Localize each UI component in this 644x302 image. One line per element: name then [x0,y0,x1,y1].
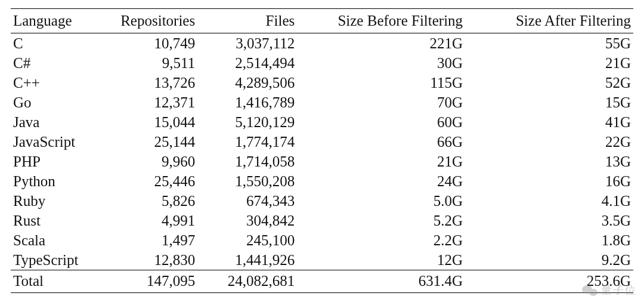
cell-files: 1,550,208 [197,171,297,191]
cell-language: C# [11,53,110,73]
cell-language: Go [11,93,110,112]
cell-language: PHP [11,152,110,171]
cell-files: 1,416,789 [197,93,297,112]
cell-language: JavaScript [11,132,110,152]
table-total: Total 147,095 24,082,681 631.4G 253.6G [11,270,633,293]
table-total-row: Total 147,095 24,082,681 631.4G 253.6G [11,270,633,293]
cell-size-before: 5.2G [297,211,465,230]
cell-size-after: 4.1G [465,191,633,211]
col-header-size-before: Size Before Filtering [297,9,465,33]
cell-files: 4,289,506 [197,73,297,93]
cell-size-before: 2.2G [297,230,465,250]
cell-files: 1,441,926 [197,250,297,270]
cell-total-size-after: 253.6G [465,270,633,293]
cell-size-before: 5.0G [297,191,465,211]
cell-size-before: 30G [297,53,465,73]
cell-language: C++ [11,73,110,93]
cell-repos: 13,726 [110,73,197,93]
table-row: C#9,5112,514,49430G21G [11,53,633,73]
cell-repos: 12,830 [110,250,197,270]
col-header-size-after: Size After Filtering [465,9,633,33]
cell-size-before: 115G [297,73,465,93]
table-row: Ruby5,826674,3435.0G4.1G [11,191,633,211]
cell-size-after: 41G [465,112,633,132]
table-row: Python25,4461,550,20824G16G [11,171,633,191]
cell-size-before: 221G [297,33,465,54]
table-row: Go12,3711,416,78970G15G [11,93,633,112]
cell-size-after: 52G [465,73,633,93]
cell-size-before: 12G [297,250,465,270]
cell-total-repos: 147,095 [110,270,197,293]
cell-size-after: 22G [465,132,633,152]
cell-files: 3,037,112 [197,33,297,54]
table-header-row: Language Repositories Files Size Before … [11,9,633,33]
cell-files: 1,774,174 [197,132,297,152]
cell-language: Ruby [11,191,110,211]
table-row: Scala1,497245,1002.2G1.8G [11,230,633,250]
cell-language: Python [11,171,110,191]
col-header-repos: Repositories [110,9,197,33]
cell-total-size-before: 631.4G [297,270,465,293]
table-row: C++13,7264,289,506115G52G [11,73,633,93]
table-row: JavaScript25,1441,774,17466G22G [11,132,633,152]
cell-repos: 25,446 [110,171,197,191]
cell-language: C [11,33,110,54]
cell-size-after: 13G [465,152,633,171]
col-header-language: Language [11,9,110,33]
cell-files: 674,343 [197,191,297,211]
cell-language: TypeScript [11,250,110,270]
cell-files: 1,714,058 [197,152,297,171]
cell-files: 2,514,494 [197,53,297,73]
table-figure: Language Repositories Files Size Before … [0,0,644,302]
col-header-files: Files [197,9,297,33]
cell-files: 245,100 [197,230,297,250]
cell-language: Java [11,112,110,132]
cell-repos: 4,991 [110,211,197,230]
cell-repos: 25,144 [110,132,197,152]
cell-size-after: 9.2G [465,250,633,270]
table-row: C10,7493,037,112221G55G [11,33,633,54]
table-row: Rust4,991304,8425.2G3.5G [11,211,633,230]
cell-size-before: 21G [297,152,465,171]
cell-repos: 9,960 [110,152,197,171]
cell-repos: 10,749 [110,33,197,54]
table-body: C10,7493,037,112221G55G C#9,5112,514,494… [11,33,633,270]
cell-repos: 1,497 [110,230,197,250]
cell-files: 5,120,129 [197,112,297,132]
cell-repos: 15,044 [110,112,197,132]
cell-size-before: 24G [297,171,465,191]
cell-size-before: 66G [297,132,465,152]
table-row: Java15,0445,120,12960G41G [11,112,633,132]
cell-size-after: 3.5G [465,211,633,230]
cell-repos: 5,826 [110,191,197,211]
cell-total-files: 24,082,681 [197,270,297,293]
cell-repos: 9,511 [110,53,197,73]
data-table: Language Repositories Files Size Before … [11,8,633,293]
cell-size-before: 60G [297,112,465,132]
cell-total-label: Total [11,270,110,293]
cell-size-after: 21G [465,53,633,73]
table-row: TypeScript12,8301,441,92612G9.2G [11,250,633,270]
cell-size-before: 70G [297,93,465,112]
cell-size-after: 16G [465,171,633,191]
cell-files: 304,842 [197,211,297,230]
cell-size-after: 55G [465,33,633,54]
cell-language: Rust [11,211,110,230]
cell-size-after: 15G [465,93,633,112]
cell-repos: 12,371 [110,93,197,112]
table-row: PHP9,9601,714,05821G13G [11,152,633,171]
cell-size-after: 1.8G [465,230,633,250]
cell-language: Scala [11,230,110,250]
